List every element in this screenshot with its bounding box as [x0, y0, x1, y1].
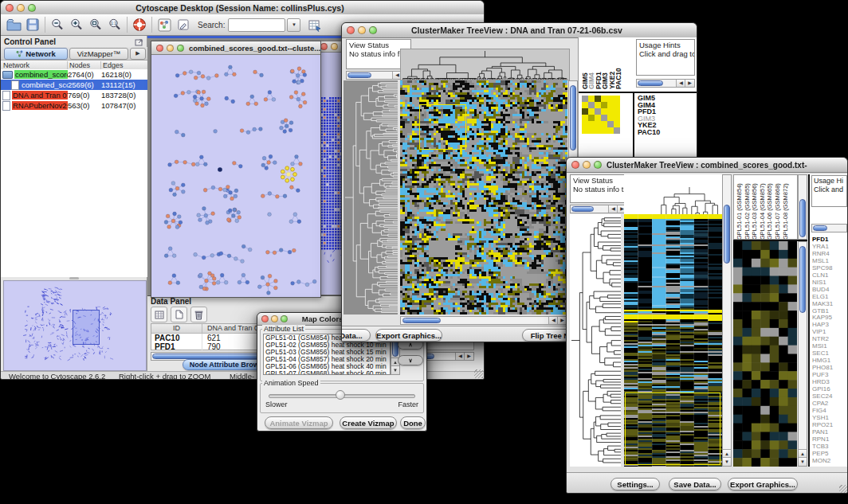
zoom-window-icon[interactable]	[594, 161, 602, 169]
tv2-heatmap[interactable]	[624, 214, 722, 467]
table-col-id[interactable]: ID	[151, 324, 202, 333]
save-session-icon[interactable]	[23, 16, 42, 34]
scrollbar-thumb[interactable]	[570, 85, 576, 150]
zoom-window-icon[interactable]	[177, 45, 184, 52]
minimize-icon[interactable]	[358, 26, 366, 34]
tv2-zoom-heatmap[interactable]	[733, 241, 797, 467]
scrollbar-thumb[interactable]	[799, 246, 806, 313]
scrollbar-thumb[interactable]	[402, 318, 441, 323]
minimize-icon[interactable]	[331, 43, 338, 50]
col-header-edges[interactable]: Edges	[101, 61, 147, 69]
float-panel-icon[interactable]	[135, 38, 143, 46]
tab-overflow-icon[interactable]: ▶	[130, 48, 146, 60]
zoom-fit-icon[interactable]: 1:1	[105, 16, 124, 34]
settings-button[interactable]: Settings...	[610, 478, 660, 490]
tv2-usage-scrollbar[interactable]	[811, 224, 847, 232]
tv1-zoom-matrix[interactable]	[582, 96, 620, 134]
network-row[interactable]: RNAPuberNov2+ 563(0) 107847(0)	[1, 100, 147, 111]
minimize-icon[interactable]	[271, 315, 278, 322]
help-lifering-icon[interactable]	[130, 16, 149, 34]
col-header-nodes[interactable]: Nodes	[68, 61, 101, 69]
scroll-down-icon[interactable]: ▼	[723, 457, 731, 466]
search-input[interactable]	[228, 18, 285, 32]
scroll-down-icon[interactable]: ▼	[391, 365, 399, 374]
scroll-down-icon[interactable]: ▼	[799, 457, 807, 466]
tv2-heatmap-vscrollbar[interactable]: ▲ ▼	[722, 174, 732, 467]
column-label[interactable]: GPL51-04 (GSM857)	[759, 176, 767, 240]
tv2-zoom-vscrollbar[interactable]: ▲ ▼	[798, 241, 807, 467]
tab-network[interactable]: Network	[4, 48, 68, 60]
zoom-selected-icon[interactable]	[86, 16, 105, 34]
network-row[interactable]: combined_scores 2764(0) 16218(0)	[1, 69, 147, 80]
save-data-button[interactable]: Save Data...	[341, 329, 371, 342]
done-button[interactable]: Done	[400, 416, 426, 429]
column-label[interactable]: GPL51-02 (GSM855)	[744, 176, 752, 240]
column-label[interactable]: GIM3	[602, 40, 608, 89]
minimize-icon[interactable]	[583, 161, 591, 169]
column-label[interactable]: GPL51-07 (GSM868)	[774, 176, 782, 240]
network-overview-canvas[interactable]	[3, 280, 147, 371]
column-label[interactable]: YKE2	[609, 40, 615, 89]
treeview2-titlebar[interactable]: ClusterMaker TreeView : combined_scores_…	[567, 158, 847, 173]
tab-vizmapper[interactable]: VizMapper™	[69, 48, 128, 60]
main-titlebar[interactable]: Cytoscape Desktop (Session Name: collins…	[1, 1, 484, 15]
export-graphics-button[interactable]: Export Graphics...	[375, 329, 442, 342]
gene-label[interactable]: MON2	[812, 458, 833, 465]
minimize-icon[interactable]	[167, 45, 174, 52]
column-label[interactable]: GIM4	[588, 40, 595, 89]
close-icon[interactable]	[571, 161, 579, 169]
attribute-list-item[interactable]: GPL51-07 (GSM868) heat shock 60 min	[264, 370, 390, 375]
minimize-icon[interactable]	[17, 4, 25, 12]
scroll-right-icon[interactable]: ▶	[685, 80, 694, 87]
save-data-button[interactable]: Save Data...	[669, 478, 721, 490]
delete-attribute-trash-icon[interactable]	[190, 307, 207, 322]
speed-slider-thumb[interactable]	[336, 390, 345, 400]
zoom-window-icon[interactable]	[369, 26, 377, 34]
create-vizmap-button[interactable]: Create Vizmap	[340, 416, 397, 429]
scrollbar-thumb[interactable]	[724, 205, 730, 264]
zoom-window-icon[interactable]	[281, 315, 288, 322]
tv1-column-dendrogram[interactable]	[400, 49, 570, 80]
column-label[interactable]: PAC10	[615, 40, 622, 89]
network-row[interactable]: combined_sco 2569(6) 13112(15)	[1, 80, 147, 90]
select-attributes-icon[interactable]	[151, 307, 167, 322]
close-icon[interactable]	[6, 4, 14, 12]
vizmapper-icon[interactable]	[155, 16, 174, 34]
tv2-labels-vscrollbar[interactable]	[798, 174, 807, 240]
tv1-usage-scrollbar[interactable]: ◀ ▶	[636, 79, 695, 88]
resize-grip[interactable]	[839, 485, 848, 494]
tv2-column-dendrogram[interactable]	[624, 174, 722, 214]
tv2-row-dendrogram[interactable]	[570, 214, 621, 467]
column-label[interactable]: GPL51-08 (GSM872)	[782, 176, 790, 240]
close-icon[interactable]	[156, 45, 163, 52]
import-table-icon[interactable]	[305, 16, 324, 34]
tv2-status-scrollbar[interactable]: ◀ ▶	[570, 205, 627, 213]
move-down-button[interactable]: ∨	[398, 355, 423, 365]
new-attribute-icon[interactable]	[171, 307, 187, 322]
close-icon[interactable]	[347, 26, 355, 34]
panel-resize-handle[interactable]	[69, 277, 79, 279]
tv1-row-dendrogram[interactable]	[344, 80, 398, 315]
search-dropdown-icon[interactable]: ▼	[287, 18, 300, 32]
tv1-heatmap[interactable]	[400, 80, 567, 315]
network-canvas-1[interactable]	[151, 55, 319, 296]
scroll-right-icon[interactable]: ▶	[464, 353, 473, 360]
animate-vizmap-button[interactable]: Animate Vizmap	[265, 416, 333, 429]
close-icon[interactable]	[261, 315, 269, 322]
zoom-in-icon[interactable]	[67, 16, 86, 34]
treeview1-titlebar[interactable]: ClusterMaker TreeView : DNA and Tran 07-…	[342, 23, 697, 38]
column-label[interactable]: GPL51-03 (GSM856)	[751, 176, 759, 240]
col-header-network[interactable]: Network	[1, 61, 68, 69]
open-session-icon[interactable]	[4, 16, 23, 34]
tv1-heatmap-hscrollbar[interactable]: ◀ ▶	[400, 316, 567, 325]
annotation-icon[interactable]	[174, 16, 193, 34]
zoom-window-icon[interactable]	[28, 4, 36, 12]
gene-label[interactable]: PAC10	[638, 129, 660, 136]
column-label[interactable]: PFD1	[595, 40, 602, 89]
export-graphics-button[interactable]: Export Graphics...	[728, 478, 798, 490]
column-label[interactable]: GPL51-06 (GSM865)	[766, 176, 774, 240]
scrollbar-thumb[interactable]	[799, 199, 806, 237]
zoom-out-icon[interactable]	[48, 16, 67, 34]
close-icon[interactable]	[320, 43, 328, 50]
column-label[interactable]: GPL51-01 (GSM854)	[736, 176, 744, 240]
